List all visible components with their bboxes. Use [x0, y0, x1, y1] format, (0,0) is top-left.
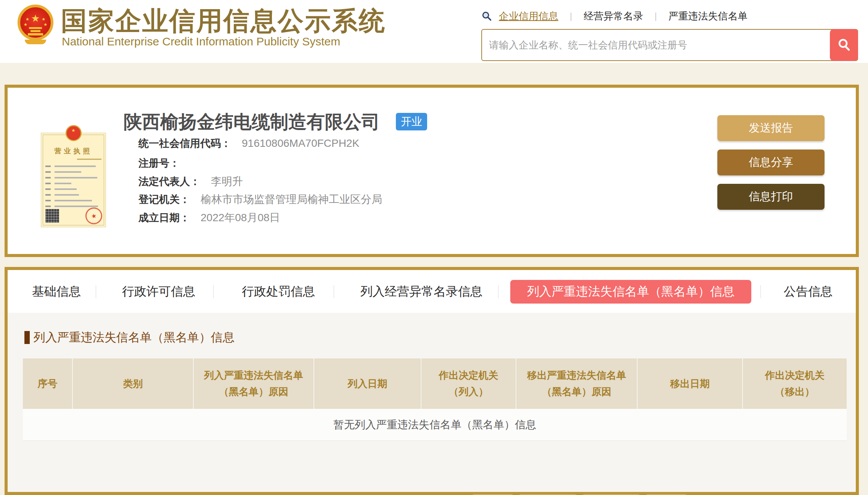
- company-name: 陕西榆扬金纬电缆制造有限公司: [124, 110, 380, 134]
- field-value: 李明升: [211, 175, 243, 187]
- site-title: 国家企业信用信息公示系统: [61, 4, 386, 39]
- nav-link-serious-violations[interactable]: 严重违法失信名单: [668, 10, 747, 23]
- tab-divider: [498, 285, 498, 298]
- emblem-ring: ★ ★ ★ ★ ★: [18, 5, 53, 40]
- field-value: 2022年08月08日: [201, 212, 280, 223]
- table-empty-row: 暂无列入严重违法失信名单（黑名单）信息: [23, 409, 847, 441]
- header: ★ ★ ★ ★ ★ 国家企业信用信息公示系统 National Enterpri…: [0, 0, 868, 63]
- section-header: 列入严重违法失信名单（黑名单）信息: [24, 329, 235, 346]
- emblem-small-star-icon: ★: [42, 17, 45, 21]
- field-credit-code: 统一社会信用代码：91610806MA70FCPH2K: [138, 137, 359, 150]
- nav-link-abnormal-operations[interactable]: 经营异常名录: [583, 10, 643, 23]
- print-info-button[interactable]: 信息打印: [717, 184, 825, 210]
- tab-administrative-licensing[interactable]: 行政许可信息: [122, 270, 195, 313]
- col-header-removal-date: 移出日期: [638, 358, 743, 409]
- col-header-listing-authority: 作出决定机关 （列入）: [421, 358, 516, 409]
- blacklist-content: 列入严重违法失信名单（黑名单）信息 序号 类别 列入严重违法失信名单（黑名单）原…: [8, 313, 856, 492]
- col-header-category: 类别: [73, 358, 194, 409]
- field-registration-number: 注册号：: [138, 156, 190, 170]
- site-subtitle: National Enterprise Credit Information P…: [62, 35, 340, 48]
- national-emblem-logo: ★ ★ ★ ★ ★: [18, 5, 53, 47]
- emblem-gate: [29, 27, 42, 29]
- field-value: 91610806MA70FCPH2K: [242, 137, 359, 149]
- search-bar: [481, 29, 858, 61]
- col-header-removal-authority: 作出决定机关 （移出）: [743, 358, 847, 409]
- tab-serious-violations-blacklist[interactable]: 列入严重违法失信名单（黑名单）信息: [510, 280, 751, 304]
- emblem-ribbon: [25, 40, 46, 44]
- business-license-image: 营业执照 ★: [41, 133, 106, 227]
- license-emblem-icon: [66, 125, 82, 141]
- field-label: 统一社会信用代码：: [138, 138, 231, 149]
- section-title: 列入严重违法失信名单（黑名单）信息: [34, 329, 235, 346]
- section-marker: [24, 331, 30, 344]
- send-report-button[interactable]: 发送报告: [717, 115, 825, 141]
- emblem-small-star-icon: ★: [43, 22, 47, 27]
- page: ★ ★ ★ ★ ★ 国家企业信用信息公示系统 National Enterpri…: [0, 0, 868, 495]
- nav-link-enterprise-credit[interactable]: 企业信用信息: [499, 10, 558, 23]
- license-title: 营业执照: [41, 146, 106, 156]
- nav-divider: |: [654, 11, 657, 21]
- share-info-button[interactable]: 信息分享: [717, 149, 825, 175]
- tab-divider: [334, 285, 334, 298]
- tab-abnormal-operations[interactable]: 列入经营异常名录信息: [360, 270, 482, 313]
- tab-bar: 基础信息 行政许可信息 行政处罚信息 列入经营异常名录信息 列入严重违法失信名单…: [8, 270, 856, 313]
- field-legal-representative: 法定代表人：李明升: [138, 174, 243, 189]
- table-header-row: 序号 类别 列入严重违法失信名单（黑名单）原因 列入日期 作出决定机关 （列入）…: [23, 358, 847, 409]
- tab-administrative-penalty[interactable]: 行政处罚信息: [242, 270, 315, 313]
- emblem-gate: [28, 33, 43, 35]
- license-text-lines: [45, 166, 101, 211]
- col-header-index: 序号: [23, 358, 73, 409]
- search-icon: [481, 11, 492, 21]
- tab-announcements[interactable]: 公告信息: [784, 270, 833, 313]
- col-header-listing-date: 列入日期: [314, 358, 421, 409]
- tab-divider: [760, 285, 761, 298]
- field-label: 成立日期：: [138, 212, 190, 223]
- emblem-small-star-icon: ★: [26, 17, 29, 21]
- detail-panel: 基础信息 行政许可信息 行政处罚信息 列入经营异常名录信息 列入严重违法失信名单…: [5, 267, 859, 495]
- nav-divider: |: [570, 11, 572, 21]
- blacklist-table: 序号 类别 列入严重违法失信名单（黑名单）原因 列入日期 作出决定机关 （列入）…: [23, 358, 847, 441]
- license-number-line: [77, 159, 101, 160]
- header-nav: 企业信用信息 | 经营异常名录 | 严重违法失信名单: [481, 8, 747, 24]
- search-button[interactable]: [830, 29, 858, 61]
- search-input[interactable]: [481, 29, 858, 61]
- status-badge: 开业: [396, 113, 427, 130]
- col-header-removal-reason: 移出严重违法失信名单（黑名单）原因: [516, 358, 638, 409]
- emblem-small-star-icon: ★: [24, 22, 27, 27]
- col-header-listing-reason: 列入严重违法失信名单（黑名单）原因: [194, 358, 314, 409]
- emblem-gate: [31, 30, 40, 32]
- tab-divider: [213, 285, 214, 298]
- field-value: 榆林市市场监督管理局榆神工业区分局: [201, 193, 382, 205]
- emblem-star-icon: ★: [31, 13, 40, 23]
- field-label: 法定代表人：: [138, 176, 200, 187]
- field-establishment-date: 成立日期：2022年08月08日: [138, 211, 280, 225]
- company-info-panel: 营业执照 ★ 陕西榆扬金纬电缆制造有限公司 开业 统一社会信用代: [5, 85, 859, 257]
- search-button-icon: [837, 37, 851, 53]
- field-registration-authority: 登记机关：榆林市市场监督管理局榆神工业区分局: [138, 192, 382, 207]
- tab-divider: [96, 285, 96, 298]
- tab-basic-info[interactable]: 基础信息: [32, 270, 81, 313]
- license-qr-code: [45, 209, 59, 223]
- field-label: 注册号：: [138, 158, 180, 169]
- field-label: 登记机关：: [138, 194, 190, 205]
